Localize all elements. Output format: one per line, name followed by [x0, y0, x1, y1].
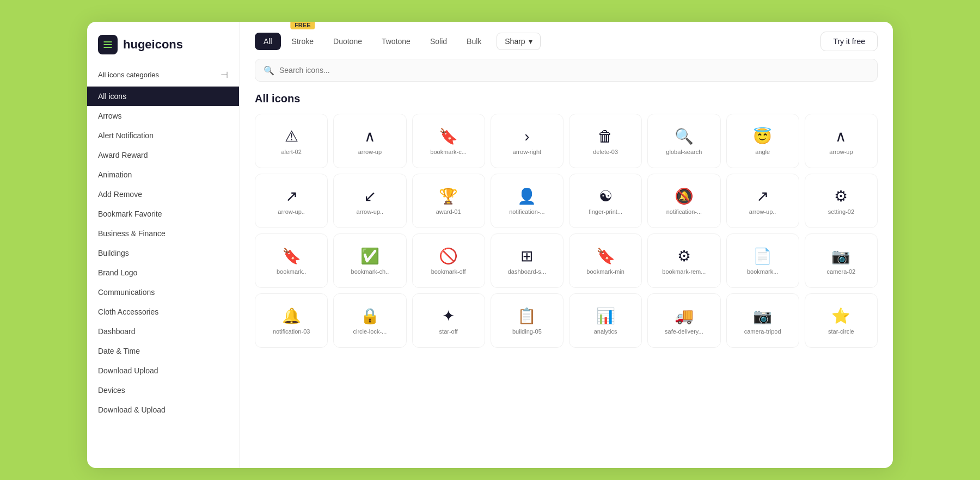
icon-card[interactable]: ↗arrow-up.. — [726, 174, 799, 228]
icon-label: angle — [755, 149, 770, 155]
icon-card[interactable]: ↗arrow-up.. — [255, 174, 328, 228]
try-free-button[interactable]: Try it free — [820, 32, 878, 51]
sidebar-item[interactable]: All icons — [87, 87, 239, 106]
sidebar-item[interactable]: Dashboard — [87, 322, 239, 341]
icon-label: alert-02 — [281, 149, 301, 155]
icon-symbol: 🔖 — [282, 249, 301, 264]
sidebar-item[interactable]: Award Reward — [87, 145, 239, 165]
icon-card[interactable]: 🚚safe-delivery... — [647, 293, 720, 348]
sidebar-item[interactable]: Brand Logo — [87, 263, 239, 282]
icon-label: star-circle — [828, 328, 854, 335]
icon-symbol: 🔒 — [360, 309, 379, 324]
tab-btn-stroke[interactable]: Stroke — [283, 33, 322, 50]
search-input[interactable] — [255, 59, 878, 82]
icon-card[interactable]: 👤notification-... — [491, 174, 564, 228]
logo-area: hugeicons — [87, 22, 239, 65]
icon-symbol: ✦ — [442, 309, 455, 324]
icon-symbol: ⚙ — [677, 249, 691, 264]
icon-symbol: 🔖 — [596, 249, 615, 264]
icon-symbol: 🚚 — [675, 309, 694, 324]
collapse-icon[interactable]: ⊣ — [220, 70, 228, 80]
sidebar-item[interactable]: Date & Time — [87, 341, 239, 361]
section-title: All icons — [255, 93, 878, 105]
icon-label: bookmark-min — [586, 268, 624, 275]
icon-card[interactable]: 📋building-05 — [491, 293, 564, 348]
icon-card[interactable]: 😇angle — [726, 114, 799, 168]
sidebar: hugeicons All icons categories ⊣ All ico… — [87, 22, 240, 468]
icon-card[interactable]: ⚠alert-02 — [255, 114, 328, 168]
tab-btn-all[interactable]: All — [255, 33, 281, 50]
sidebar-item[interactable]: Communications — [87, 282, 239, 302]
icon-label: arrow-up — [358, 149, 382, 155]
tab-btn-bulk[interactable]: Bulk — [458, 33, 490, 50]
icon-label: bookmark-ch.. — [351, 268, 389, 275]
icon-card[interactable]: 📷camera-02 — [805, 233, 878, 288]
icon-symbol: ☯ — [599, 189, 612, 204]
icon-label: circle-lock-... — [353, 328, 387, 335]
icon-card[interactable]: ∧arrow-up — [333, 114, 406, 168]
sidebar-item[interactable]: Bookmark Favorite — [87, 204, 239, 224]
icon-card[interactable]: 📊analytics — [569, 293, 642, 348]
sidebar-item[interactable]: Buildings — [87, 243, 239, 263]
sidebar-item[interactable]: Add Remove — [87, 184, 239, 204]
tab-btn-twotone[interactable]: Twotone — [373, 33, 419, 50]
icon-card[interactable]: 🔔notification-03 — [255, 293, 328, 348]
icon-card[interactable]: ⚙setting-02 — [805, 174, 878, 228]
icon-card[interactable]: ⊞dashboard-s... — [491, 233, 564, 288]
sidebar-item[interactable]: Devices — [87, 380, 239, 400]
sidebar-item[interactable]: Cloth Accessories — [87, 302, 239, 322]
icon-label: dashboard-s... — [508, 268, 546, 275]
icon-card[interactable]: ☯finger-print... — [569, 174, 642, 228]
icon-label: arrow-up.. — [278, 208, 305, 215]
icon-symbol: 📷 — [831, 249, 850, 264]
sidebar-item[interactable]: Download & Upload — [87, 400, 239, 420]
icon-card[interactable]: 📄bookmark... — [726, 233, 799, 288]
tab-btn-duotone[interactable]: Duotone — [324, 33, 371, 50]
sidebar-item[interactable]: Animation — [87, 165, 239, 184]
icon-symbol: 📷 — [753, 309, 772, 324]
icon-label: arrow-up — [829, 149, 853, 155]
icon-symbol: 🔖 — [439, 129, 458, 144]
icon-card[interactable]: 🔖bookmark-c... — [412, 114, 485, 168]
icon-card[interactable]: ✅bookmark-ch.. — [333, 233, 406, 288]
icon-card[interactable]: 🔖bookmark-min — [569, 233, 642, 288]
sidebar-item[interactable]: Arrows — [87, 106, 239, 126]
icon-card[interactable]: 🔕notification-... — [647, 174, 720, 228]
style-selector[interactable]: Sharp▾ — [497, 33, 540, 50]
search-input-wrap: 🔍 — [255, 59, 878, 82]
icon-symbol: › — [524, 129, 529, 144]
icon-card[interactable]: ⭐star-circle — [805, 293, 878, 348]
icon-symbol: ✅ — [360, 249, 379, 264]
sidebar-item[interactable]: Download Upload — [87, 361, 239, 380]
icon-label: camera-02 — [827, 268, 856, 275]
icon-symbol: 🔔 — [282, 309, 301, 324]
icon-card[interactable]: 🗑delete-03 — [569, 114, 642, 168]
icon-card[interactable]: 🔍global-search — [647, 114, 720, 168]
tab-btn-solid[interactable]: Solid — [421, 33, 456, 50]
icon-card[interactable]: 🔒circle-lock-... — [333, 293, 406, 348]
icon-card[interactable]: ∧arrow-up — [805, 114, 878, 168]
sidebar-item[interactable]: Business & Finance — [87, 224, 239, 243]
icon-card[interactable]: 🏆award-01 — [412, 174, 485, 228]
icon-card[interactable]: ✦star-off — [412, 293, 485, 348]
icon-card[interactable]: 🔖bookmark.. — [255, 233, 328, 288]
icon-label: notification-... — [666, 208, 702, 215]
icon-symbol: 👤 — [517, 189, 536, 204]
icon-symbol: 🚫 — [439, 249, 458, 264]
search-bar: 🔍 — [255, 59, 878, 82]
icon-symbol: 🗑 — [598, 129, 613, 144]
icon-card[interactable]: 🚫bookmark-off — [412, 233, 485, 288]
icons-grid: ⚠alert-02∧arrow-up🔖bookmark-c...›arrow-r… — [255, 114, 878, 348]
sidebar-item[interactable]: Alert Notification — [87, 126, 239, 145]
icon-card[interactable]: 📷camera-tripod — [726, 293, 799, 348]
icon-card[interactable]: ⚙bookmark-rem... — [647, 233, 720, 288]
icon-label: notification-03 — [273, 328, 310, 335]
search-icon: 🔍 — [264, 65, 274, 76]
icon-label: analytics — [594, 328, 617, 335]
icon-symbol: ⊞ — [520, 249, 533, 264]
icon-card[interactable]: ›arrow-right — [491, 114, 564, 168]
sidebar-nav: All iconsArrowsAlert NotificationAward R… — [87, 87, 239, 468]
icon-card[interactable]: ↙arrow-up.. — [333, 174, 406, 228]
icon-symbol: ⚠ — [285, 129, 298, 144]
icon-symbol: ⚙ — [834, 189, 848, 204]
